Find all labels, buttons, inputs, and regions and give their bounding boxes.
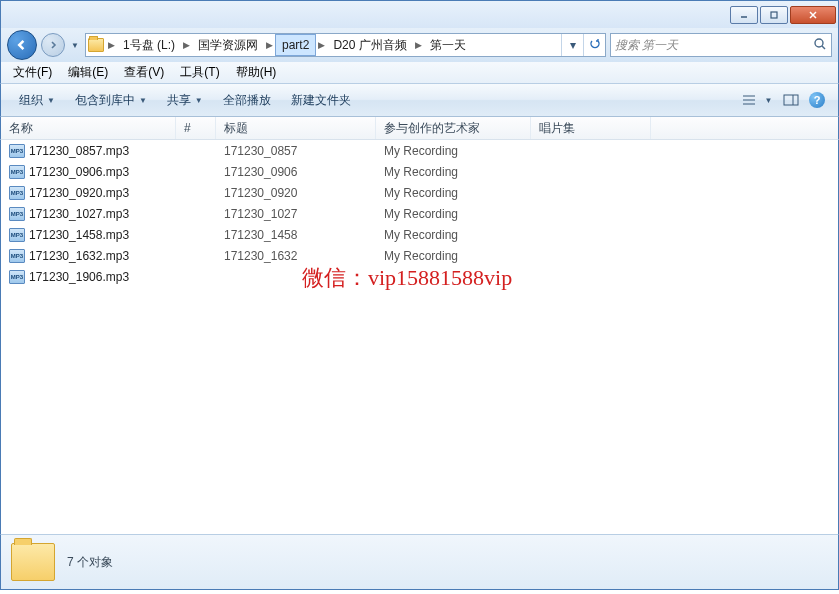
file-artist: My Recording xyxy=(376,207,531,221)
file-list: MP3171230_0857.mp3171230_0857My Recordin… xyxy=(0,140,839,534)
forward-button[interactable] xyxy=(41,33,65,57)
file-artist: My Recording xyxy=(376,144,531,158)
minimize-button[interactable] xyxy=(730,6,758,24)
search-input[interactable]: 搜索 第一天 xyxy=(610,33,832,57)
address-dropdown[interactable]: ▾ xyxy=(561,34,583,56)
help-icon: ? xyxy=(809,92,825,108)
menu-file[interactable]: 文件(F) xyxy=(5,62,60,83)
include-in-library-button[interactable]: 包含到库中▼ xyxy=(65,88,157,113)
file-name: 171230_1906.mp3 xyxy=(29,270,129,284)
file-title: 171230_0906 xyxy=(216,165,376,179)
breadcrumb-item[interactable]: part2 xyxy=(275,34,316,56)
breadcrumb-item[interactable]: D20 广州音频 xyxy=(327,34,412,56)
status-count: 7 个对象 xyxy=(67,554,113,571)
organize-button[interactable]: 组织▼ xyxy=(9,88,65,113)
mp3-icon: MP3 xyxy=(9,249,25,263)
file-title: 171230_1632 xyxy=(216,249,376,263)
nav-history-dropdown[interactable]: ▼ xyxy=(69,41,81,50)
menu-tools[interactable]: 工具(T) xyxy=(172,62,227,83)
share-button[interactable]: 共享▼ xyxy=(157,88,213,113)
navigation-row: ▼ ▶ 1号盘 (L:) ▶ 国学资源网 ▶ part2 ▶ D20 广州音频 … xyxy=(0,28,839,62)
file-artist: My Recording xyxy=(376,165,531,179)
column-artist[interactable]: 参与创作的艺术家 xyxy=(376,117,531,139)
file-name: 171230_1027.mp3 xyxy=(29,207,129,221)
folder-icon xyxy=(11,543,55,581)
file-row[interactable]: MP3171230_0906.mp3171230_0906My Recordin… xyxy=(1,161,838,182)
file-name: 171230_0906.mp3 xyxy=(29,165,129,179)
refresh-button[interactable] xyxy=(583,34,605,56)
file-title: 171230_1027 xyxy=(216,207,376,221)
chevron-right-icon[interactable]: ▶ xyxy=(316,40,327,50)
mp3-icon: MP3 xyxy=(9,270,25,284)
chevron-right-icon[interactable]: ▶ xyxy=(413,40,424,50)
mp3-icon: MP3 xyxy=(9,144,25,158)
svg-rect-9 xyxy=(784,95,798,105)
breadcrumb-item[interactable]: 国学资源网 xyxy=(192,34,264,56)
file-name: 171230_1632.mp3 xyxy=(29,249,129,263)
file-title: 171230_0857 xyxy=(216,144,376,158)
svg-rect-1 xyxy=(771,12,777,18)
column-album[interactable]: 唱片集 xyxy=(531,117,651,139)
search-icon[interactable] xyxy=(813,37,827,54)
svg-point-4 xyxy=(815,39,823,47)
status-bar: 7 个对象 xyxy=(0,534,839,590)
window-titlebar xyxy=(0,0,839,28)
mp3-icon: MP3 xyxy=(9,165,25,179)
maximize-button[interactable] xyxy=(760,6,788,24)
mp3-icon: MP3 xyxy=(9,228,25,242)
file-name: 171230_1458.mp3 xyxy=(29,228,129,242)
file-artist: My Recording xyxy=(376,228,531,242)
back-button[interactable] xyxy=(7,30,37,60)
chevron-right-icon[interactable]: ▶ xyxy=(106,40,117,50)
file-row[interactable]: MP3171230_0920.mp3171230_0920My Recordin… xyxy=(1,182,838,203)
watermark-text: 微信：vip15881588vip xyxy=(296,263,518,293)
view-options-button[interactable]: ▼ xyxy=(736,88,778,112)
menu-bar: 文件(F) 编辑(E) 查看(V) 工具(T) 帮助(H) xyxy=(0,62,839,84)
folder-icon xyxy=(86,38,106,52)
address-bar[interactable]: ▶ 1号盘 (L:) ▶ 国学资源网 ▶ part2 ▶ D20 广州音频 ▶ … xyxy=(85,33,606,57)
new-folder-button[interactable]: 新建文件夹 xyxy=(281,88,361,113)
mp3-icon: MP3 xyxy=(9,207,25,221)
file-artist: My Recording xyxy=(376,186,531,200)
column-title[interactable]: 标题 xyxy=(216,117,376,139)
file-title: 171230_1458 xyxy=(216,228,376,242)
search-placeholder: 搜索 第一天 xyxy=(615,37,678,54)
file-artist: My Recording xyxy=(376,249,531,263)
preview-pane-button[interactable] xyxy=(778,88,804,112)
breadcrumb-item[interactable]: 1号盘 (L:) xyxy=(117,34,181,56)
file-row[interactable]: MP3171230_0857.mp3171230_0857My Recordin… xyxy=(1,140,838,161)
column-headers: 名称 # 标题 参与创作的艺术家 唱片集 xyxy=(0,117,839,140)
file-name: 171230_0857.mp3 xyxy=(29,144,129,158)
menu-edit[interactable]: 编辑(E) xyxy=(60,62,116,83)
chevron-right-icon[interactable]: ▶ xyxy=(264,40,275,50)
file-row[interactable]: MP3171230_1027.mp3171230_1027My Recordin… xyxy=(1,203,838,224)
file-name: 171230_0920.mp3 xyxy=(29,186,129,200)
play-all-button[interactable]: 全部播放 xyxy=(213,88,281,113)
column-tracknum[interactable]: # xyxy=(176,117,216,139)
command-bar: 组织▼ 包含到库中▼ 共享▼ 全部播放 新建文件夹 ▼ ? xyxy=(0,84,839,117)
menu-view[interactable]: 查看(V) xyxy=(116,62,172,83)
breadcrumb-item[interactable]: 第一天 xyxy=(424,34,472,56)
svg-line-5 xyxy=(822,46,825,49)
chevron-right-icon[interactable]: ▶ xyxy=(181,40,192,50)
menu-help[interactable]: 帮助(H) xyxy=(228,62,285,83)
close-button[interactable] xyxy=(790,6,836,24)
mp3-icon: MP3 xyxy=(9,186,25,200)
column-name[interactable]: 名称 xyxy=(1,117,176,139)
file-row[interactable]: MP3171230_1458.mp3171230_1458My Recordin… xyxy=(1,224,838,245)
file-title: 171230_0920 xyxy=(216,186,376,200)
help-button[interactable]: ? xyxy=(804,88,830,112)
